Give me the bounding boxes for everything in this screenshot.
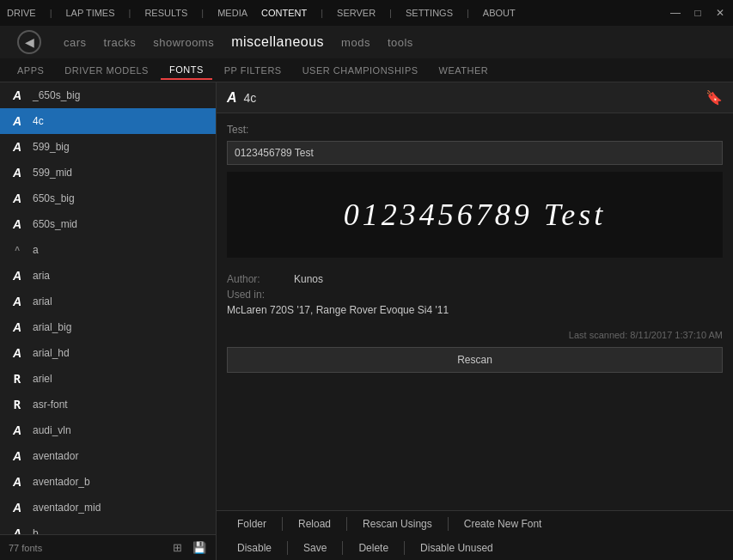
- disable-unused-button[interactable]: Disable Unused: [408, 539, 505, 557]
- list-item[interactable]: A aventador_mid: [0, 495, 216, 520]
- bottom-toolbar: Folder Reload Rescan Usings Create New F…: [217, 510, 733, 560]
- list-item[interactable]: A audi_vln: [0, 417, 216, 443]
- save-icon[interactable]: 💾: [192, 540, 207, 556]
- maximize-button[interactable]: □: [692, 7, 704, 19]
- list-item[interactable]: R asr-font: [0, 392, 216, 417]
- menu-about[interactable]: ABOUT: [483, 8, 516, 18]
- toolbar-sep: [282, 517, 283, 531]
- back-button[interactable]: ◀: [17, 30, 41, 54]
- minimize-button[interactable]: —: [669, 7, 681, 19]
- toolbar-sep: [448, 517, 449, 531]
- font-icon: R: [9, 370, 26, 387]
- close-button[interactable]: ✕: [714, 7, 726, 19]
- right-title: 4c: [244, 91, 257, 105]
- tab-bar: APPS DRIVER MODELS FONTS PP FILTERS USER…: [0, 58, 733, 82]
- list-item[interactable]: A 650s_mid: [0, 211, 216, 237]
- nav-tools[interactable]: tools: [388, 36, 413, 49]
- font-name: audi_vln: [33, 424, 71, 436]
- test-input[interactable]: [227, 141, 723, 165]
- font-name: 599_mid: [33, 167, 72, 179]
- list-item[interactable]: A 650s_big: [0, 186, 216, 211]
- font-icon: A: [9, 525, 26, 534]
- list-item[interactable]: A aventador: [0, 443, 216, 469]
- create-new-font-button[interactable]: Create New Font: [452, 515, 554, 533]
- nav-showrooms[interactable]: showrooms: [153, 36, 214, 49]
- folder-button[interactable]: Folder: [225, 515, 278, 533]
- right-panel: A 4c 🔖 Test: 0123456789 Test Author: Kun…: [217, 82, 733, 560]
- menu-results[interactable]: RESULTS: [144, 8, 187, 18]
- list-item[interactable]: A 599_big: [0, 134, 216, 160]
- font-name: arial_big: [33, 321, 71, 333]
- nav-miscellaneous[interactable]: miscellaneous: [231, 34, 324, 50]
- save-button[interactable]: Save: [291, 539, 339, 557]
- list-item[interactable]: ^ a: [0, 237, 216, 263]
- rescan-usings-button[interactable]: Rescan Usings: [351, 515, 444, 533]
- menu-drive[interactable]: DRIVE: [7, 8, 36, 18]
- menu-laptimes[interactable]: LAP TIMES: [65, 8, 114, 18]
- font-name: ariel: [33, 373, 52, 385]
- used-in-row: Used in:: [227, 289, 723, 301]
- list-item[interactable]: A 4c: [0, 108, 216, 134]
- test-label: Test:: [227, 124, 723, 136]
- used-in-label: Used in:: [227, 289, 287, 301]
- disable-button[interactable]: Disable: [225, 539, 284, 557]
- title-bar: DRIVE | LAP TIMES | RESULTS | MEDIA CONT…: [0, 0, 733, 26]
- font-name: aventador_mid: [33, 502, 101, 514]
- tab-pp-filters[interactable]: PP FILTERS: [216, 62, 290, 79]
- menu-content[interactable]: CONTENT: [261, 8, 307, 18]
- preview-text: 0123456789 Test: [344, 197, 607, 233]
- author-label: Author:: [227, 273, 287, 285]
- menu-settings[interactable]: SETTINGS: [406, 8, 453, 18]
- font-name: asr-font: [33, 399, 68, 411]
- font-icon: A: [9, 190, 26, 207]
- font-name: arial: [33, 295, 52, 307]
- scan-info: Last scanned: 8/11/2017 1:37:10 AM: [227, 330, 723, 340]
- title-bar-menu: DRIVE | LAP TIMES | RESULTS | MEDIA CONT…: [7, 8, 516, 18]
- main-content: A _650s_big A 4c A 599_big A 599_mid A 6…: [0, 82, 733, 560]
- list-item[interactable]: A aria: [0, 263, 216, 289]
- sep4: |: [321, 8, 323, 18]
- list-item[interactable]: A _650s_big: [0, 82, 216, 108]
- left-footer-icons: ⊞ 💾: [169, 540, 207, 556]
- font-icon: A: [9, 293, 26, 310]
- nav-mods[interactable]: mods: [341, 36, 370, 49]
- tab-weather[interactable]: WEATHER: [431, 62, 498, 79]
- font-name: 650s_mid: [33, 218, 77, 230]
- font-icon: A: [9, 113, 26, 130]
- expand-icon[interactable]: ⊞: [169, 540, 185, 556]
- font-name: aventador_b: [33, 476, 90, 488]
- tab-apps[interactable]: APPS: [9, 62, 52, 79]
- list-item[interactable]: A aventador_b: [0, 469, 216, 495]
- nav-cars[interactable]: cars: [64, 36, 87, 49]
- font-icon: A: [9, 499, 26, 516]
- list-item[interactable]: A arial_big: [0, 314, 216, 340]
- right-content: Test: 0123456789 Test Author: Kunos Used…: [217, 113, 733, 510]
- list-item[interactable]: A 599_mid: [0, 160, 216, 186]
- font-list: A _650s_big A 4c A 599_big A 599_mid A 6…: [0, 82, 216, 534]
- menu-server[interactable]: SERVER: [337, 8, 376, 18]
- toolbar-row2: Disable Save Delete Disable Unused: [217, 536, 733, 560]
- author-value: Kunos: [294, 273, 323, 285]
- tab-fonts[interactable]: FONTS: [161, 61, 212, 80]
- font-name: 650s_big: [33, 192, 75, 204]
- font-name: aventador: [33, 450, 78, 462]
- tab-driver-models[interactable]: DRIVER MODELS: [56, 62, 157, 79]
- bookmark-icon[interactable]: 🔖: [706, 89, 723, 106]
- font-icon: ^: [9, 241, 26, 259]
- toolbar-sep: [287, 541, 288, 555]
- list-item[interactable]: R ariel: [0, 366, 216, 392]
- tab-user-championships[interactable]: USER CHAMPIONSHIPS: [294, 62, 427, 79]
- font-count: 77 fonts: [9, 543, 42, 553]
- sep5: |: [389, 8, 392, 18]
- toolbar-row1: Folder Reload Rescan Usings Create New F…: [217, 512, 733, 536]
- nav-tracks[interactable]: tracks: [104, 36, 137, 49]
- delete-button[interactable]: Delete: [346, 539, 400, 557]
- list-item[interactable]: A b: [0, 520, 216, 534]
- list-item[interactable]: A arial_hd: [0, 340, 216, 366]
- font-icon: A: [9, 267, 26, 284]
- reload-button[interactable]: Reload: [286, 515, 343, 533]
- list-item[interactable]: A arial: [0, 289, 216, 314]
- nav-bar: ◀ cars tracks showrooms miscellaneous mo…: [0, 26, 733, 58]
- rescan-button[interactable]: Rescan: [227, 347, 723, 373]
- menu-media[interactable]: MEDIA: [217, 8, 247, 18]
